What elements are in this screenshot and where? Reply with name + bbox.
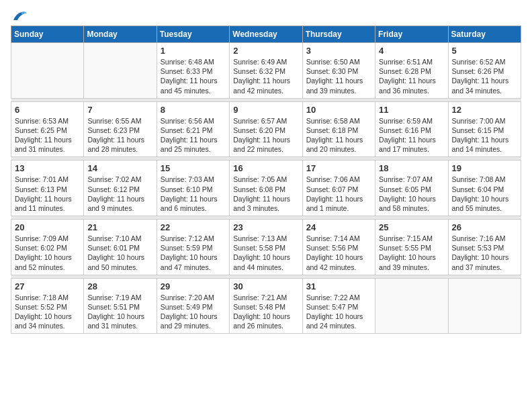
calendar-cell [11, 43, 84, 99]
calendar-cell: 10Sunrise: 6:58 AMSunset: 6:18 PMDayligh… [302, 101, 375, 157]
calendar-cell: 24Sunrise: 7:14 AMSunset: 5:56 PMDayligh… [302, 220, 375, 275]
day-info: Sunrise: 7:07 AMSunset: 6:05 PMDaylight:… [379, 175, 444, 213]
calendar-cell: 3Sunrise: 6:50 AMSunset: 6:30 PMDaylight… [302, 43, 375, 99]
calendar-cell [84, 43, 157, 99]
day-number: 3 [306, 46, 371, 56]
calendar-cell: 12Sunrise: 7:00 AMSunset: 6:15 PMDayligh… [448, 101, 521, 157]
calendar-cell: 23Sunrise: 7:13 AMSunset: 5:58 PMDayligh… [230, 220, 302, 275]
weekday-header-sunday: Sunday [11, 26, 84, 43]
day-info: Sunrise: 7:00 AMSunset: 6:15 PMDaylight:… [452, 116, 517, 154]
calendar-cell: 18Sunrise: 7:07 AMSunset: 6:05 PMDayligh… [375, 161, 448, 216]
day-number: 27 [15, 281, 80, 291]
calendar-cell: 22Sunrise: 7:12 AMSunset: 5:59 PMDayligh… [157, 220, 229, 275]
day-number: 11 [379, 105, 444, 115]
day-info: Sunrise: 6:48 AMSunset: 6:33 PMDaylight:… [161, 57, 226, 95]
calendar-cell: 9Sunrise: 6:57 AMSunset: 6:20 PMDaylight… [230, 101, 302, 157]
weekday-header-saturday: Saturday [448, 26, 521, 43]
calendar-cell: 25Sunrise: 7:15 AMSunset: 5:55 PMDayligh… [375, 220, 448, 275]
day-info: Sunrise: 7:12 AMSunset: 5:59 PMDaylight:… [161, 234, 226, 272]
day-number: 28 [87, 281, 152, 291]
day-info: Sunrise: 6:53 AMSunset: 6:25 PMDaylight:… [15, 116, 80, 154]
calendar-cell: 15Sunrise: 7:03 AMSunset: 6:10 PMDayligh… [157, 161, 229, 216]
calendar-cell: 28Sunrise: 7:19 AMSunset: 5:51 PMDayligh… [84, 278, 157, 334]
day-number: 14 [87, 163, 152, 173]
day-number: 5 [452, 46, 517, 56]
day-info: Sunrise: 7:20 AMSunset: 5:49 PMDaylight:… [161, 293, 226, 331]
week-row-1: 1Sunrise: 6:48 AMSunset: 6:33 PMDaylight… [11, 43, 521, 99]
day-number: 4 [379, 46, 444, 56]
calendar-cell: 21Sunrise: 7:10 AMSunset: 6:01 PMDayligh… [84, 220, 157, 275]
day-number: 15 [161, 163, 226, 173]
day-number: 9 [233, 105, 298, 115]
day-info: Sunrise: 7:06 AMSunset: 6:07 PMDaylight:… [306, 175, 371, 213]
day-number: 8 [161, 105, 226, 115]
day-number: 13 [15, 163, 80, 173]
calendar-cell: 27Sunrise: 7:18 AMSunset: 5:52 PMDayligh… [11, 278, 84, 334]
calendar-cell [375, 278, 448, 334]
day-number: 30 [233, 281, 298, 291]
day-number: 20 [15, 222, 80, 232]
day-number: 16 [233, 163, 298, 173]
logo-bird-icon [12, 11, 27, 23]
calendar-cell: 19Sunrise: 7:08 AMSunset: 6:04 PMDayligh… [448, 161, 521, 216]
weekday-header-monday: Monday [84, 26, 157, 43]
day-info: Sunrise: 6:50 AMSunset: 6:30 PMDaylight:… [306, 57, 371, 95]
calendar-cell: 26Sunrise: 7:16 AMSunset: 5:53 PMDayligh… [448, 220, 521, 275]
day-info: Sunrise: 6:49 AMSunset: 6:32 PMDaylight:… [233, 57, 298, 95]
day-info: Sunrise: 6:56 AMSunset: 6:21 PMDaylight:… [161, 116, 226, 154]
calendar-cell: 29Sunrise: 7:20 AMSunset: 5:49 PMDayligh… [157, 278, 229, 334]
day-info: Sunrise: 6:58 AMSunset: 6:18 PMDaylight:… [306, 116, 371, 154]
day-number: 25 [379, 222, 444, 232]
day-number: 31 [306, 281, 371, 291]
day-info: Sunrise: 7:21 AMSunset: 5:48 PMDaylight:… [233, 293, 298, 331]
weekday-header-wednesday: Wednesday [230, 26, 302, 43]
week-row-2: 6Sunrise: 6:53 AMSunset: 6:25 PMDaylight… [11, 101, 521, 157]
day-number: 24 [306, 222, 371, 232]
day-info: Sunrise: 7:18 AMSunset: 5:52 PMDaylight:… [15, 293, 80, 331]
calendar-cell: 4Sunrise: 6:51 AMSunset: 6:28 PMDaylight… [375, 43, 448, 99]
calendar-cell: 16Sunrise: 7:05 AMSunset: 6:08 PMDayligh… [230, 161, 302, 216]
day-info: Sunrise: 7:03 AMSunset: 6:10 PMDaylight:… [161, 175, 226, 213]
day-info: Sunrise: 7:22 AMSunset: 5:47 PMDaylight:… [306, 293, 371, 331]
day-info: Sunrise: 6:52 AMSunset: 6:26 PMDaylight:… [452, 57, 517, 95]
day-number: 26 [452, 222, 517, 232]
week-row-4: 20Sunrise: 7:09 AMSunset: 6:02 PMDayligh… [11, 220, 521, 275]
calendar-cell: 8Sunrise: 6:56 AMSunset: 6:21 PMDaylight… [157, 101, 229, 157]
day-info: Sunrise: 7:15 AMSunset: 5:55 PMDaylight:… [379, 234, 444, 272]
day-number: 17 [306, 163, 371, 173]
calendar-cell: 6Sunrise: 6:53 AMSunset: 6:25 PMDaylight… [11, 101, 84, 157]
day-info: Sunrise: 7:16 AMSunset: 5:53 PMDaylight:… [452, 234, 517, 272]
day-number: 29 [161, 281, 226, 291]
day-number: 23 [233, 222, 298, 232]
day-number: 19 [452, 163, 517, 173]
day-info: Sunrise: 7:05 AMSunset: 6:08 PMDaylight:… [233, 175, 298, 213]
weekday-header-row: SundayMondayTuesdayWednesdayThursdayFrid… [11, 26, 521, 43]
day-info: Sunrise: 7:10 AMSunset: 6:01 PMDaylight:… [87, 234, 152, 272]
calendar-cell: 11Sunrise: 6:59 AMSunset: 6:16 PMDayligh… [375, 101, 448, 157]
calendar-cell: 20Sunrise: 7:09 AMSunset: 6:02 PMDayligh… [11, 220, 84, 275]
calendar-table: SundayMondayTuesdayWednesdayThursdayFrid… [11, 26, 521, 334]
day-info: Sunrise: 7:08 AMSunset: 6:04 PMDaylight:… [452, 175, 517, 213]
calendar-cell: 31Sunrise: 7:22 AMSunset: 5:47 PMDayligh… [302, 278, 375, 334]
calendar-cell: 2Sunrise: 6:49 AMSunset: 6:32 PMDaylight… [230, 43, 302, 99]
calendar-cell: 13Sunrise: 7:01 AMSunset: 6:13 PMDayligh… [11, 161, 84, 216]
day-number: 18 [379, 163, 444, 173]
calendar-cell: 7Sunrise: 6:55 AMSunset: 6:23 PMDaylight… [84, 101, 157, 157]
day-info: Sunrise: 7:13 AMSunset: 5:58 PMDaylight:… [233, 234, 298, 272]
page-header [11, 11, 521, 20]
calendar-cell: 14Sunrise: 7:02 AMSunset: 6:12 PMDayligh… [84, 161, 157, 216]
week-row-5: 27Sunrise: 7:18 AMSunset: 5:52 PMDayligh… [11, 278, 521, 334]
calendar-cell: 5Sunrise: 6:52 AMSunset: 6:26 PMDaylight… [448, 43, 521, 99]
day-info: Sunrise: 6:51 AMSunset: 6:28 PMDaylight:… [379, 57, 444, 95]
day-info: Sunrise: 7:01 AMSunset: 6:13 PMDaylight:… [15, 175, 80, 213]
logo [11, 11, 27, 20]
day-info: Sunrise: 7:02 AMSunset: 6:12 PMDaylight:… [87, 175, 152, 213]
day-number: 10 [306, 105, 371, 115]
day-info: Sunrise: 7:14 AMSunset: 5:56 PMDaylight:… [306, 234, 371, 272]
week-row-3: 13Sunrise: 7:01 AMSunset: 6:13 PMDayligh… [11, 161, 521, 216]
calendar-cell: 1Sunrise: 6:48 AMSunset: 6:33 PMDaylight… [157, 43, 229, 99]
day-number: 22 [161, 222, 226, 232]
weekday-header-tuesday: Tuesday [157, 26, 229, 43]
day-number: 2 [233, 46, 298, 56]
calendar-cell: 30Sunrise: 7:21 AMSunset: 5:48 PMDayligh… [230, 278, 302, 334]
